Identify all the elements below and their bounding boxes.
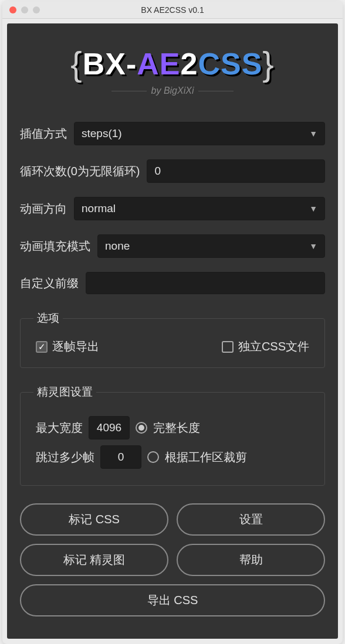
crop-workarea-radio[interactable] <box>147 451 159 463</box>
custom-prefix-input[interactable] <box>86 272 325 294</box>
max-width-label: 最大宽度 <box>36 420 83 436</box>
loop-count-value: 0 <box>154 165 161 177</box>
loop-count-input[interactable]: 0 <box>147 159 325 183</box>
loop-count-label: 循环次数(0为无限循环) <box>20 163 140 179</box>
divider-right <box>198 91 234 91</box>
skip-frames-value: 0 <box>118 451 124 463</box>
window-title: BX AE2CSS v0.1 <box>8 5 337 15</box>
export-per-frame-checkbox[interactable]: ✓ <box>36 341 48 353</box>
window-controls <box>9 6 40 13</box>
crop-workarea-label: 根据工作区裁剪 <box>165 449 247 465</box>
help-button[interactable]: 帮助 <box>177 544 325 576</box>
minimize-button[interactable] <box>21 6 28 13</box>
max-width-input[interactable]: 4096 <box>89 416 130 439</box>
fill-mode-row: 动画填充模式 none ▼ <box>20 234 325 258</box>
byline-text: by BigXiXi <box>151 86 194 96</box>
logo-bx: BX <box>83 46 126 81</box>
logo-ae: AE <box>137 46 180 81</box>
separate-css-file-item[interactable]: 独立CSS文件 <box>222 339 309 355</box>
full-length-radio[interactable] <box>136 422 147 434</box>
chevron-down-icon: ▼ <box>309 204 317 213</box>
options-legend: 选项 <box>33 311 63 326</box>
mark-sprite-button[interactable]: 标记 精灵图 <box>20 544 168 576</box>
chevron-down-icon: ▼ <box>309 129 317 138</box>
options-row: ✓ 逐帧导出 独立CSS文件 <box>30 336 315 357</box>
loop-count-row: 循环次数(0为无限循环) 0 <box>20 159 325 183</box>
sprite-fieldset: 精灵图设置 最大宽度 4096 完整长度 跳过多少帧 0 根据工作区裁剪 <box>20 384 325 486</box>
direction-row: 动画方向 normal ▼ <box>20 197 325 220</box>
export-per-frame-item[interactable]: ✓ 逐帧导出 <box>36 339 99 355</box>
max-width-row: 最大宽度 4096 完整长度 <box>36 416 309 439</box>
brace-left-icon: { <box>70 44 82 83</box>
separate-css-file-checkbox[interactable] <box>222 341 234 353</box>
fill-mode-label: 动画填充模式 <box>20 238 90 254</box>
export-css-button[interactable]: 导出 CSS <box>20 584 325 616</box>
main-panel: { BX - AE 2 CSS } by BigXiXi 插值方式 steps(… <box>7 23 338 639</box>
interpolation-value: steps(1) <box>82 127 122 140</box>
export-per-frame-label: 逐帧导出 <box>52 339 99 355</box>
sprite-legend: 精灵图设置 <box>33 384 96 400</box>
direction-label: 动画方向 <box>20 201 67 217</box>
logo-two: 2 <box>180 46 198 81</box>
separate-css-file-label: 独立CSS文件 <box>238 339 309 355</box>
custom-prefix-label: 自定义前缀 <box>20 275 79 291</box>
skip-frames-row: 跳过多少帧 0 根据工作区裁剪 <box>36 445 309 469</box>
app-window: BX AE2CSS v0.1 { BX - AE 2 CSS } by BigX… <box>2 1 343 644</box>
logo-css: CSS <box>198 46 262 81</box>
direction-value: normal <box>82 202 116 215</box>
brace-right-icon: } <box>262 44 274 83</box>
maximize-button[interactable] <box>33 6 40 13</box>
interpolation-label: 插值方式 <box>20 126 67 142</box>
settings-button[interactable]: 设置 <box>177 503 325 536</box>
titlebar[interactable]: BX AE2CSS v0.1 <box>2 1 343 19</box>
skip-frames-label: 跳过多少帧 <box>36 449 94 465</box>
mark-css-button[interactable]: 标记 CSS <box>20 503 168 536</box>
fill-mode-select[interactable]: none ▼ <box>97 234 325 258</box>
divider-left <box>111 91 147 91</box>
logo: { BX - AE 2 CSS } by BigXiXi <box>20 35 325 108</box>
close-button[interactable] <box>9 6 16 13</box>
skip-frames-input[interactable]: 0 <box>100 445 141 469</box>
logo-text: { BX - AE 2 CSS } <box>70 44 274 83</box>
byline: by BigXiXi <box>20 86 325 96</box>
chevron-down-icon: ▼ <box>309 241 317 251</box>
interpolation-row: 插值方式 steps(1) ▼ <box>20 122 325 145</box>
options-fieldset: 选项 ✓ 逐帧导出 独立CSS文件 <box>20 311 325 368</box>
logo-dash: - <box>126 46 137 81</box>
interpolation-select[interactable]: steps(1) ▼ <box>74 122 325 145</box>
fill-mode-value: none <box>105 240 130 253</box>
button-grid: 标记 CSS 设置 标记 精灵图 帮助 导出 CSS <box>20 503 325 616</box>
custom-prefix-row: 自定义前缀 <box>20 272 325 294</box>
full-length-label: 完整长度 <box>153 420 200 436</box>
max-width-value: 4096 <box>97 421 121 434</box>
direction-select[interactable]: normal ▼ <box>74 197 325 220</box>
